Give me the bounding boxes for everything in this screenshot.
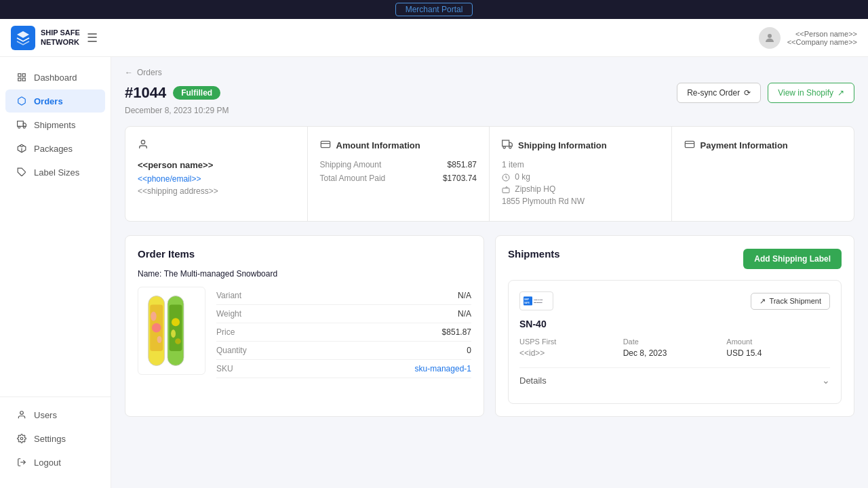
status-badge: Fulfilled — [173, 86, 220, 100]
order-header: #1044 Fulfilled Re-sync Order ⟳ View in … — [125, 83, 854, 103]
svg-rect-22 — [502, 188, 509, 192]
sidebar-item-orders[interactable]: Orders — [5, 89, 105, 113]
customer-address: <<shipping address>> — [138, 186, 295, 196]
sidebar-label-users: Users — [34, 410, 57, 420]
sidebar-item-shipments[interactable]: Shipments — [5, 113, 105, 136]
sidebar-item-label-sizes[interactable]: Label Sizes — [5, 161, 105, 184]
header: SHIP SAFENETWORK ☰ <<Person name>> <<Com… — [0, 19, 868, 57]
user-icon — [16, 409, 27, 420]
shipments-card: Shipments Add Shipping Label SHIP — [495, 235, 854, 417]
svg-point-20 — [509, 146, 511, 148]
sidebar-nav: Dashboard Orders Shipments Packages — [0, 65, 111, 396]
order-items-title: Order Items — [138, 248, 471, 260]
customer-card: <<person name>> <<phone/email>> <<shippi… — [125, 127, 308, 221]
carrier-col: USPS First <<id>> — [519, 338, 623, 358]
svg-rect-36 — [524, 297, 532, 306]
sidebar-item-settings[interactable]: Settings — [5, 427, 105, 450]
shipping-items: 1 item — [502, 160, 659, 169]
svg-rect-23 — [685, 141, 694, 147]
sidebar-bottom: Users Settings Logout — [0, 396, 111, 480]
svg-rect-3 — [18, 78, 21, 81]
sidebar-item-dashboard[interactable]: Dashboard — [5, 66, 105, 89]
truck-icon — [16, 119, 27, 130]
total-paid-row: Total Amount Paid $1703.74 — [320, 174, 477, 183]
shipment-item: SHIP SAFE SHIP SAFE NETWORK ↗ Track Ship… — [508, 280, 842, 404]
svg-point-19 — [503, 146, 505, 148]
sync-icon: ⟳ — [744, 88, 751, 98]
sidebar-item-logout[interactable]: Logout — [5, 451, 105, 474]
shipments-header: Shipments Add Shipping Label — [508, 248, 842, 269]
logout-icon — [16, 457, 27, 468]
customer-phone-email: <<phone/email>> — [138, 174, 295, 184]
sidebar: Dashboard Orders Shipments Packages — [0, 57, 111, 488]
order-title: #1044 Fulfilled — [125, 84, 220, 102]
package-icon — [16, 143, 27, 154]
shipping-weight: 0 kg — [502, 172, 659, 182]
customer-icon — [138, 139, 149, 152]
customer-card-title — [138, 139, 295, 152]
breadcrumb-arrow: ← — [125, 68, 133, 77]
shipping-info-title: Shipping Information — [502, 139, 659, 152]
payment-info-card: Payment Information — [672, 127, 854, 221]
order-date: December 8, 2023 10:29 PM — [125, 106, 854, 115]
menu-icon[interactable]: ☰ — [87, 30, 98, 45]
topbar: Merchant Portal — [0, 0, 868, 19]
user-info: <<Person name>> <<Company name>> — [787, 30, 857, 46]
breadcrumb[interactable]: ← Orders — [125, 68, 854, 77]
sidebar-label-logout: Logout — [34, 458, 61, 468]
customer-name: <<person name>> — [138, 160, 295, 170]
chevron-down-icon: ⌄ — [822, 375, 830, 386]
svg-rect-15 — [321, 141, 330, 147]
svg-point-28 — [151, 312, 157, 321]
ssn-logo: SHIP SAFE SHIP SAFE NETWORK — [519, 291, 553, 310]
shipping-address: 1855 Plymouth Rd NW — [502, 197, 659, 206]
svg-point-29 — [157, 336, 162, 343]
add-shipping-label-button[interactable]: Add Shipping Label — [743, 249, 842, 269]
sidebar-label-label-sizes: Label Sizes — [34, 167, 79, 178]
shipping-amount-row: Shipping Amount $851.87 — [320, 160, 477, 169]
resync-order-button[interactable]: Re-sync Order ⟳ — [677, 83, 761, 103]
svg-text:NETWORK: NETWORK — [534, 302, 542, 304]
amount-col: Amount USD 15.4 — [726, 338, 830, 358]
svg-rect-1 — [18, 74, 21, 77]
shipping-icon — [502, 139, 513, 152]
sidebar-item-users[interactable]: Users — [5, 403, 105, 426]
svg-marker-6 — [23, 123, 26, 127]
shipments-title: Shipments — [508, 248, 560, 260]
merchant-portal-button[interactable]: Merchant Portal — [395, 3, 473, 16]
price-row: Price $851.87 — [216, 323, 471, 342]
shipment-id: SN-40 — [519, 319, 830, 329]
sidebar-label-settings: Settings — [34, 434, 66, 444]
external-link-icon-small: ↗ — [760, 297, 766, 306]
logo-icon — [11, 26, 35, 50]
header-actions: Re-sync Order ⟳ View in Shopify ↗ — [677, 83, 854, 103]
track-shipment-button[interactable]: ↗ Track Shipment — [751, 293, 830, 310]
date-col: Date Dec 8, 2023 — [623, 338, 727, 358]
bottom-section: Order Items Name: The Multi-managed Snow… — [125, 235, 854, 417]
shipping-info-card: Shipping Information 1 item 0 kg Zipship… — [490, 127, 672, 221]
sidebar-item-packages[interactable]: Packages — [5, 137, 105, 160]
svg-rect-4 — [22, 78, 25, 81]
details-row[interactable]: Details ⌄ — [519, 367, 830, 392]
payment-info-title: Payment Information — [684, 139, 842, 152]
header-left: SHIP SAFENETWORK ☰ — [11, 26, 98, 50]
quantity-row: Quantity 0 — [216, 342, 471, 360]
sidebar-label-dashboard: Dashboard — [34, 73, 77, 83]
company-name: <<Company name>> — [787, 38, 857, 46]
item-specs: Variant N/A Weight N/A Price $851.87 — [216, 287, 471, 378]
shipment-top: SHIP SAFE SHIP SAFE NETWORK ↗ Track Ship… — [519, 291, 830, 310]
sidebar-label-packages: Packages — [34, 144, 73, 154]
svg-rect-31 — [170, 304, 182, 351]
sku-row: SKU sku-managed-1 — [216, 360, 471, 378]
view-in-shopify-button[interactable]: View in Shopify ↗ — [768, 83, 854, 103]
svg-text:SHIP: SHIP — [524, 298, 529, 301]
weight-row: Weight N/A — [216, 305, 471, 323]
svg-rect-5 — [18, 121, 24, 127]
header-right: <<Person name>> <<Company name>> — [759, 27, 857, 49]
svg-point-0 — [768, 34, 772, 38]
sidebar-label-orders: Orders — [34, 96, 63, 106]
shipping-hub: Zipship HQ — [502, 184, 659, 194]
external-link-icon: ↗ — [837, 88, 844, 98]
main-content: ← Orders #1044 Fulfilled Re-sync Order ⟳… — [111, 57, 868, 428]
box-icon — [16, 96, 27, 106]
